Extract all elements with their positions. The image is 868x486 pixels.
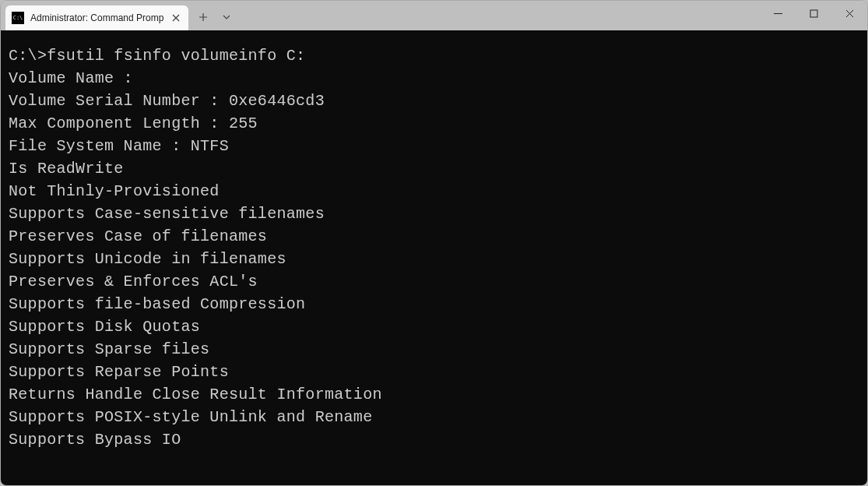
close-icon: [845, 9, 854, 18]
window-controls: [760, 1, 867, 30]
output-line: Supports file-based Compression: [9, 293, 859, 315]
output-line: Supports Disk Quotas: [9, 315, 859, 338]
output-line: Preserves Case of filenames: [9, 225, 859, 248]
tab-dropdown-button[interactable]: [215, 5, 238, 29]
output-line: Supports Bypass IO: [9, 428, 859, 451]
chevron-down-icon: [222, 12, 231, 22]
title-bar: C:\ Administrator: Command Promp: [1, 1, 867, 30]
output-line: Supports Unicode in filenames: [9, 248, 859, 270]
output-line: Not Thinly-Provisioned: [9, 180, 859, 202]
plus-icon: [199, 12, 208, 22]
prompt-line: C:\>fsutil fsinfo volumeinfo C:: [9, 44, 859, 67]
svg-rect-5: [810, 10, 817, 17]
tab-active[interactable]: C:\ Administrator: Command Promp: [5, 5, 188, 30]
output-line: Volume Serial Number : 0xe6446cd3: [9, 90, 859, 112]
maximize-button[interactable]: [796, 1, 831, 26]
output-line: Preserves & Enforces ACL's: [9, 270, 859, 293]
prompt: C:\>: [9, 47, 47, 65]
close-button[interactable]: [831, 1, 867, 26]
cmd-icon: C:\: [12, 12, 24, 24]
minimize-icon: [774, 9, 782, 18]
output-line: Supports Reparse Points: [9, 361, 859, 383]
terminal-window: C:\ Administrator: Command Promp: [0, 0, 868, 486]
output-line: Returns Handle Close Result Information: [9, 383, 859, 406]
command: fsutil fsinfo volumeinfo C:: [47, 47, 305, 65]
output-line: Max Component Length : 255: [9, 112, 859, 135]
output-line: File System Name : NTFS: [9, 135, 859, 157]
tab-title: Administrator: Command Promp: [30, 12, 163, 23]
maximize-icon: [810, 9, 818, 18]
output-line: Supports Case-sensitive filenames: [9, 202, 859, 225]
output-line: Supports POSIX-style Unlink and Rename: [9, 406, 859, 428]
output-line: Supports Sparse files: [9, 338, 859, 361]
tab-area: C:\ Administrator: Command Promp: [1, 1, 760, 30]
tab-close-button[interactable]: [170, 12, 182, 24]
terminal-output-area[interactable]: C:\>fsutil fsinfo volumeinfo C:Volume Na…: [1, 30, 867, 485]
new-tab-button[interactable]: [192, 5, 215, 29]
output-line: Is ReadWrite: [9, 157, 859, 180]
output-line: Volume Name :: [9, 67, 859, 90]
minimize-button[interactable]: [760, 1, 796, 26]
close-icon: [172, 14, 180, 22]
